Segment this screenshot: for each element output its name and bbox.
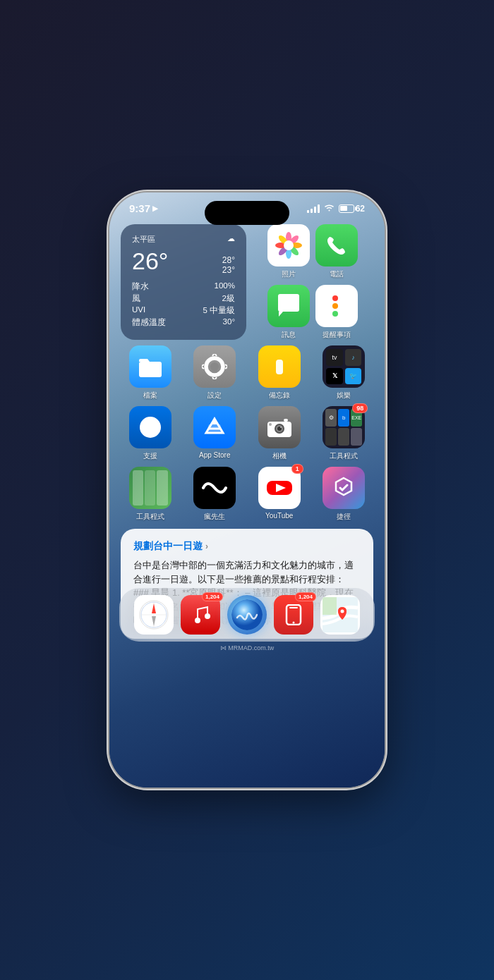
weather-rain-label: 降水 [132,281,149,292]
dock-music[interactable]: 1,204 [181,595,220,635]
weather-rain-value: 100% [215,281,235,292]
svg-rect-11 [139,362,162,377]
weather-wind-label: 風 [132,293,140,304]
app-entertainment-label: 娛樂 [337,391,351,400]
app-youtube-label: YouTube [265,512,293,520]
weather-uvi-label: UVI [132,305,145,316]
svg-rect-20 [284,419,288,422]
app-entertainment[interactable]: tv ♪ 𝕏 [323,345,365,400]
dock-siri[interactable] [227,595,267,635]
weather-feels-value: 30° [223,317,235,328]
app-support-label: 支援 [143,451,157,461]
app-appstore-label: App Store [199,451,230,459]
app-crazymr[interactable]: 瘋先生 [193,467,236,522]
status-time: 9:37 [129,202,150,214]
phone-badge: 1,204 [295,592,316,601]
app-support[interactable]: 支援 [129,406,171,461]
svg-point-19 [280,427,282,428]
svg-point-21 [269,423,272,426]
app-row-5: 工具程式 瘋先生 [119,467,375,522]
dynamic-island [205,201,289,225]
app-camera[interactable]: 相機 [258,406,301,461]
svg-point-13 [149,432,151,434]
app-settings-label: 設定 [207,391,222,400]
app-camera-label: 相機 [272,451,287,461]
dock-safari[interactable] [134,595,174,635]
app-youtube[interactable]: 1 YouTube [258,467,301,522]
weather-location: 太平區 [132,234,155,245]
app-reminders[interactable]: 提醒事項 [315,285,358,340]
app-files[interactable]: 檔案 [129,345,171,400]
weather-cloud-icon: ☁ [227,234,235,243]
app-notes[interactable]: 備忘錄 [258,345,301,400]
app-phone-label: 電話 [330,269,344,279]
dock: 1,204 [119,588,375,642]
music-badge: 1,204 [202,592,223,601]
app-shortcuts-label: 捷徑 [337,512,351,522]
app-tools2-label: 工具程式 [136,512,164,522]
svg-rect-39 [323,597,337,615]
app-photos[interactable]: 照片 [267,224,310,279]
app-shortcuts[interactable]: 捷徑 [323,467,365,522]
signal-indicator [307,204,320,213]
weather-low: 23° [222,265,235,275]
svg-point-10 [284,240,294,250]
app-messages-label: 訊息 [282,330,296,340]
dock-phone[interactable]: 1,204 [274,595,313,635]
weather-feels-label: 體感溫度 [132,317,166,328]
weather-wind-value: 2級 [222,293,235,304]
weather-uvi-value: 5 中量級 [203,305,235,316]
app-phone[interactable]: 電話 [315,224,358,279]
svg-rect-36 [289,607,298,608]
siri-button-icon[interactable] [227,595,267,635]
app-notes-label: 備忘錄 [269,391,290,400]
phone-frame: 9:37 ▶ [109,192,385,788]
app-row-4: 支援 App Store [119,406,375,461]
tools-badge: 98 [352,403,368,413]
app-messages[interactable]: 訊息 [267,285,310,340]
location-icon: ▶ [152,204,158,212]
app-photos-label: 照片 [282,269,296,279]
svg-point-0 [328,210,330,212]
app-appstore[interactable]: App Store [193,406,236,461]
battery-indicator: 62 [339,204,365,214]
wifi-icon [324,203,335,214]
watermark: ⋈ MRMAD.com.tw [119,644,375,651]
svg-point-37 [293,621,295,623]
app-crazymr-label: 瘋先生 [204,512,225,522]
app-tools-2[interactable]: 工具程式 [129,467,171,522]
weather-widget[interactable]: 太平區 ☁ 26° 28° 23° 降水 [121,224,246,340]
svg-point-33 [205,613,210,619]
app-reminders-label: 提醒事項 [323,330,351,340]
dock-maps[interactable] [320,595,360,635]
svg-point-32 [195,618,200,623]
svg-point-41 [341,609,344,613]
app-files-label: 檔案 [143,391,157,400]
weather-high: 28° [222,255,235,265]
app-row-3: 檔案 設定 [119,345,375,400]
app-tools-label: 工具程式 [330,451,358,461]
app-settings[interactable]: 設定 [193,345,236,400]
siri-arrow-icon: › [205,541,208,551]
app-tools-1[interactable]: ⚙ b EXE 98 工具程式 [323,406,365,461]
siri-title-text: 規劃台中一日遊 [133,540,203,553]
youtube-badge: 1 [291,464,303,474]
